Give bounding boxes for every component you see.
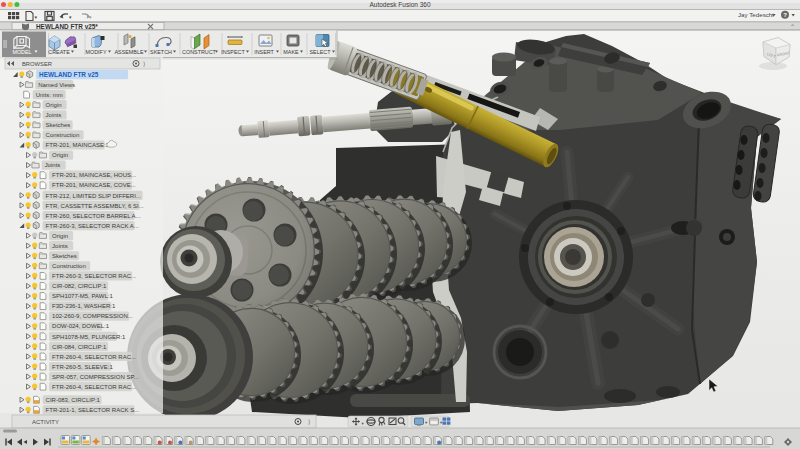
svg-text:Joints: Joints <box>45 162 61 168</box>
svg-text:ACTIVITY: ACTIVITY <box>32 419 59 425</box>
svg-text:FTR-260-3, SELECTOR RAC...: FTR-260-3, SELECTOR RAC... <box>52 273 136 279</box>
svg-text:Sketches: Sketches <box>52 253 77 259</box>
svg-text:⟩: ⟩ <box>143 61 145 67</box>
svg-text:CIR-084, CIRCLIP:1: CIR-084, CIRCLIP:1 <box>52 344 107 350</box>
svg-text:BROWSER: BROWSER <box>22 61 52 67</box>
svg-text:CONSTRUCT: CONSTRUCT <box>182 49 217 55</box>
svg-text:Origin: Origin <box>52 233 68 239</box>
svg-text:Sketches: Sketches <box>46 122 71 128</box>
svg-text:HEWLAND FTR v25*: HEWLAND FTR v25* <box>36 23 98 30</box>
svg-text:Units: mm: Units: mm <box>36 92 63 98</box>
svg-text:FTR-201, MAINCASE, HOUS...: FTR-201, MAINCASE, HOUS... <box>52 172 136 178</box>
svg-text:INSERT: INSERT <box>254 49 274 55</box>
svg-text:FTR-201, MAINCASE, COVE...: FTR-201, MAINCASE, COVE... <box>52 182 136 188</box>
svg-text:⌃: ⌃ <box>790 24 795 30</box>
svg-text:HEWLAND FTR v25: HEWLAND FTR v25 <box>39 71 99 78</box>
svg-text:FTR-260-4, SELECTOR RAC...: FTR-260-4, SELECTOR RAC... <box>52 384 136 390</box>
svg-text:Named Views: Named Views <box>38 82 75 88</box>
svg-text:DOW-024, DOWEL:1: DOW-024, DOWEL:1 <box>52 323 110 329</box>
svg-text:Construction: Construction <box>46 132 80 138</box>
svg-text:SKETCH: SKETCH <box>150 49 172 55</box>
svg-text:Construction: Construction <box>52 263 86 269</box>
svg-text:CIR-083, CIRCLIP:1: CIR-083, CIRCLIP:1 <box>46 397 101 403</box>
svg-text:SPH1077-M5, PAWL:1: SPH1077-M5, PAWL:1 <box>52 293 113 299</box>
svg-text:FTR-212, LIMITED SLIP DIFFERI.: FTR-212, LIMITED SLIP DIFFERI... <box>46 193 142 199</box>
svg-text:FTR-260-3, SELECTOR RACK A...: FTR-260-3, SELECTOR RACK A... <box>46 223 140 229</box>
svg-text:F3D-236-1, WASHER:1: F3D-236-1, WASHER:1 <box>52 303 116 309</box>
svg-text:FTR-260-4, SELECTOR RAC...: FTR-260-4, SELECTOR RAC... <box>52 354 136 360</box>
svg-text:102-260-9, COMPRESSION...: 102-260-9, COMPRESSION... <box>52 313 133 319</box>
svg-text:⟩: ⟩ <box>308 419 310 425</box>
svg-text:Jay Tedeschi: Jay Tedeschi <box>738 11 774 18</box>
svg-text:Autodesk Fusion 360: Autodesk Fusion 360 <box>369 1 430 8</box>
svg-text:FTR-260, SELECTOR BARREL A...: FTR-260, SELECTOR BARREL A... <box>46 213 141 219</box>
svg-text:INSPECT: INSPECT <box>221 49 245 55</box>
svg-text:SELECT: SELECT <box>310 49 332 55</box>
svg-text:Origin: Origin <box>52 152 68 158</box>
svg-text:?: ? <box>783 12 787 18</box>
svg-text:FTR, CASSETTE ASSEMBLY, 6 SI..: FTR, CASSETTE ASSEMBLY, 6 SI... <box>46 203 144 209</box>
svg-text:FTR-260-5, SLEEVE:1: FTR-260-5, SLEEVE:1 <box>52 364 113 370</box>
svg-text:Joints: Joints <box>52 243 68 249</box>
svg-text:Joints: Joints <box>46 112 62 118</box>
svg-text:MODIFY: MODIFY <box>86 49 107 55</box>
svg-text:FTR-201, MAINCASE:1: FTR-201, MAINCASE:1 <box>46 142 110 148</box>
svg-text:SPH1078-M5, PLUNGER:1: SPH1078-M5, PLUNGER:1 <box>52 334 126 340</box>
svg-text:MAKE: MAKE <box>283 49 299 55</box>
svg-text:Origin: Origin <box>46 102 62 108</box>
svg-text:ASSEMBLE: ASSEMBLE <box>114 49 143 55</box>
svg-text:CREATE: CREATE <box>48 49 70 55</box>
svg-text:CIR-082, CIRCLIP:1: CIR-082, CIRCLIP:1 <box>52 283 107 289</box>
svg-text:MODEL: MODEL <box>12 49 31 55</box>
svg-text:SPR-057, COMPRESSION SP...: SPR-057, COMPRESSION SP... <box>52 374 139 380</box>
